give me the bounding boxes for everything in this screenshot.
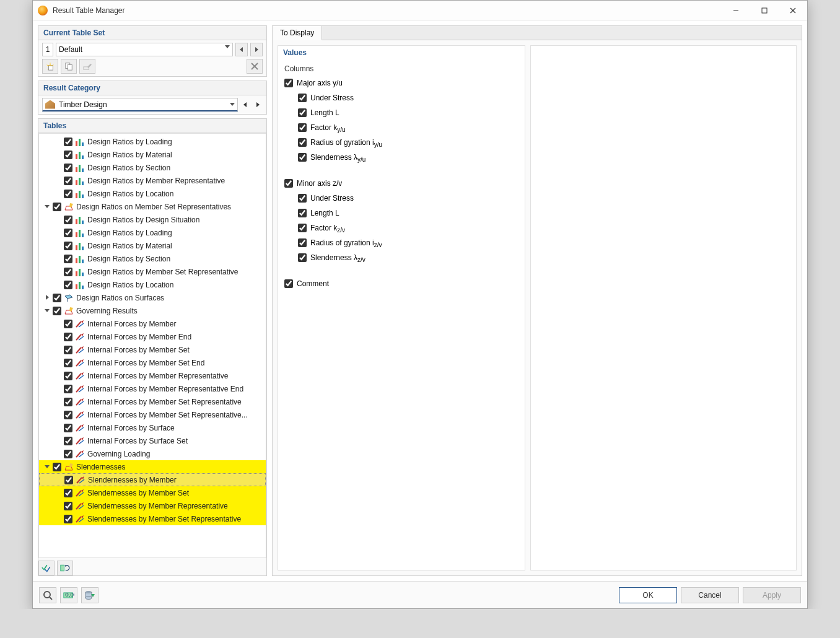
tree-item[interactable]: Governing Results: [39, 304, 266, 317]
tree-item[interactable]: Slendernesses by Member Set: [39, 486, 266, 499]
value-checkbox[interactable]: [298, 108, 307, 117]
tree-item-checkbox[interactable]: [64, 268, 72, 276]
check-all-button[interactable]: [38, 561, 55, 575]
apply-button[interactable]: Apply: [743, 587, 801, 603]
tree-item[interactable]: Internal Forces by Member Set Representa…: [39, 408, 266, 421]
tree-item-checkbox[interactable]: [64, 333, 72, 341]
value-checkbox[interactable]: [298, 253, 307, 262]
tree-item[interactable]: Design Ratios on Surfaces: [39, 291, 266, 304]
tree-item-checkbox[interactable]: [64, 138, 72, 146]
tree-item[interactable]: Design Ratios on Member Set Representati…: [39, 200, 266, 213]
tree-item[interactable]: Design Ratios by Section: [39, 252, 266, 265]
tree-item-checkbox[interactable]: [64, 424, 72, 432]
tree-item[interactable]: Design Ratios by Material: [39, 239, 266, 252]
tree-item-checkbox[interactable]: [64, 411, 72, 419]
category-next-button[interactable]: [253, 98, 263, 111]
tree-item-checkbox[interactable]: [53, 294, 61, 302]
close-button[interactable]: [779, 1, 807, 20]
ok-button[interactable]: OK: [619, 587, 677, 603]
tableset-dropdown[interactable]: Default: [56, 43, 233, 56]
tree-item[interactable]: Design Ratios by Location: [39, 187, 266, 200]
tree-item[interactable]: Internal Forces by Surface: [39, 421, 266, 434]
maximize-button[interactable]: [750, 1, 779, 20]
units-button[interactable]: 0,00: [60, 587, 77, 603]
tree-item-checkbox[interactable]: [64, 190, 72, 198]
tab-to-display[interactable]: To Display: [273, 26, 322, 40]
result-category-dropdown[interactable]: Timber Design: [42, 98, 238, 111]
tree-item[interactable]: Governing Loading: [39, 447, 266, 460]
tree-item-checkbox[interactable]: [53, 307, 61, 315]
tree-item-checkbox[interactable]: [64, 385, 72, 393]
value-checkbox[interactable]: [298, 238, 307, 247]
value-checkbox[interactable]: [284, 79, 293, 87]
tree-item[interactable]: Design Ratios by Member Representative: [39, 174, 266, 187]
expander-closed-icon[interactable]: [43, 294, 51, 302]
delete-tableset-button[interactable]: [247, 59, 263, 74]
tree-item-checkbox[interactable]: [64, 515, 72, 523]
value-checkbox[interactable]: [298, 94, 307, 102]
tree-item[interactable]: Design Ratios by Location: [39, 278, 266, 291]
tree-item[interactable]: Slendernesses by Member Set Representati…: [39, 512, 266, 525]
category-prev-button[interactable]: [240, 98, 250, 111]
tree-item[interactable]: Design Ratios by Section: [39, 161, 266, 174]
tree-item-checkbox[interactable]: [64, 229, 72, 237]
expander-open-icon[interactable]: [43, 463, 51, 471]
value-checkbox[interactable]: [284, 179, 293, 188]
tree-item[interactable]: Internal Forces by Member: [39, 317, 266, 330]
save-table-set-button[interactable]: [57, 561, 73, 575]
tree-item[interactable]: Slendernesses by Member Representative: [39, 499, 266, 512]
value-checkbox[interactable]: [298, 224, 307, 232]
tree-item-checkbox[interactable]: [64, 346, 72, 354]
tree-item[interactable]: Slendernesses by Member: [39, 473, 266, 486]
export-button[interactable]: [81, 587, 98, 603]
copy-tableset-button[interactable]: [61, 59, 77, 74]
help-button[interactable]: [39, 587, 56, 603]
tree-item-checkbox[interactable]: [64, 476, 73, 484]
tree-item-checkbox[interactable]: [64, 281, 72, 289]
tree-item[interactable]: Internal Forces by Member Representative…: [39, 382, 266, 395]
tree-item-checkbox[interactable]: [64, 177, 72, 185]
tree-item-checkbox[interactable]: [64, 502, 72, 510]
tree-item-checkbox[interactable]: [53, 463, 61, 471]
tree-item[interactable]: Internal Forces by Member End: [39, 330, 266, 343]
value-checkbox[interactable]: [298, 138, 307, 147]
value-checkbox[interactable]: [298, 123, 307, 132]
cancel-button[interactable]: Cancel: [681, 587, 739, 603]
expander-open-icon[interactable]: [43, 307, 51, 315]
tree-item[interactable]: Design Ratios by Loading: [39, 135, 266, 148]
tree-item[interactable]: Design Ratios by Loading: [39, 226, 266, 239]
minimize-button[interactable]: [722, 1, 750, 20]
value-checkbox[interactable]: [298, 209, 307, 217]
tree-item-checkbox[interactable]: [64, 437, 72, 445]
tree-item-checkbox[interactable]: [64, 216, 72, 224]
tree-item[interactable]: Internal Forces by Member Representative: [39, 369, 266, 382]
tree-item-checkbox[interactable]: [64, 242, 72, 250]
tree-item-checkbox[interactable]: [64, 489, 72, 497]
tree-item[interactable]: Slendernesses: [39, 460, 266, 473]
tree-item[interactable]: Internal Forces by Member Set End: [39, 356, 266, 369]
new-tableset-button[interactable]: [42, 59, 58, 74]
tree-item-checkbox[interactable]: [53, 203, 61, 211]
tree-item[interactable]: Internal Forces by Member Set: [39, 343, 266, 356]
rename-tableset-button[interactable]: [79, 59, 95, 74]
expander-open-icon[interactable]: [43, 203, 51, 211]
tree-item-checkbox[interactable]: [64, 320, 72, 328]
tree-item-checkbox[interactable]: [64, 450, 72, 458]
tree-item-checkbox[interactable]: [64, 255, 72, 263]
tree-item[interactable]: Internal Forces by Member Set Representa…: [39, 395, 266, 408]
tables-tree[interactable]: Design Ratios by Loading Design Ratios b…: [38, 133, 266, 558]
tree-item-checkbox[interactable]: [64, 398, 72, 406]
tableset-prev-button[interactable]: [235, 43, 248, 56]
tree-item[interactable]: Internal Forces by Surface Set: [39, 434, 266, 447]
value-checkbox[interactable]: [298, 153, 307, 162]
tree-item[interactable]: Design Ratios by Material: [39, 148, 266, 161]
value-checkbox[interactable]: [298, 194, 307, 203]
tree-item-checkbox[interactable]: [64, 372, 72, 380]
tree-item[interactable]: Design Ratios by Member Set Representati…: [39, 265, 266, 278]
tree-item[interactable]: Design Ratios by Design Situation: [39, 213, 266, 226]
tree-item-checkbox[interactable]: [64, 164, 72, 172]
tree-item-checkbox[interactable]: [64, 359, 72, 367]
value-checkbox[interactable]: [284, 279, 293, 288]
tableset-next-button[interactable]: [250, 43, 263, 56]
tree-item-checkbox[interactable]: [64, 151, 72, 159]
